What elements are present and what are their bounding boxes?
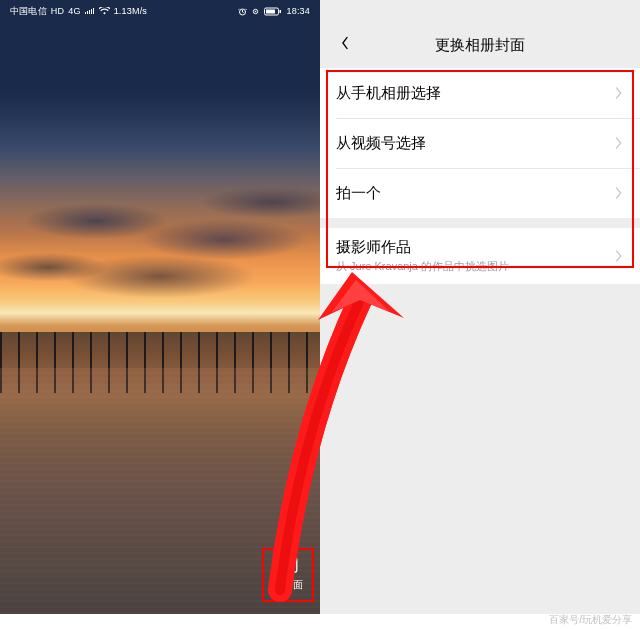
chevron-right-icon: [614, 137, 624, 149]
change-cover-button[interactable]: 换封面: [266, 552, 310, 596]
svg-point-7: [283, 561, 286, 564]
wallpaper-clouds: [0, 147, 320, 331]
svg-rect-4: [280, 10, 282, 13]
image-icon: [278, 557, 298, 575]
svg-rect-5: [266, 9, 275, 13]
option-label: 从手机相册选择: [336, 84, 441, 103]
phone-left: 中国电信 HD 4G 1.13M/s: [0, 0, 320, 614]
chevron-right-icon: [614, 87, 624, 99]
options-area: 从手机相册选择 从视频号选择 拍一个 摄影师作品 从 Jure Krava: [320, 68, 640, 284]
chevron-left-icon: [338, 36, 352, 54]
phone-right: 中国电信 HD 4G 6.21K/s: [320, 0, 640, 614]
option-group-1: 从手机相册选择 从视频号选择 拍一个: [320, 68, 640, 218]
option-label: 从视频号选择: [336, 134, 426, 153]
eye-comfort-icon: [251, 7, 260, 16]
option-label: 拍一个: [336, 184, 381, 203]
option-from-album[interactable]: 从手机相册选择: [320, 68, 640, 118]
nav-bar: 更换相册封面: [320, 22, 640, 68]
option-group-2: 摄影师作品 从 Jure Kravanja 的作品中挑选图片: [320, 228, 640, 284]
option-take-photo[interactable]: 拍一个: [320, 168, 640, 218]
status-bar-left: 中国电信 HD 4G 1.13M/s: [0, 0, 320, 22]
network-icon: 4G: [68, 6, 80, 16]
svg-point-2: [255, 10, 257, 12]
option-from-channel[interactable]: 从视频号选择: [320, 118, 640, 168]
net-speed: 1.13M/s: [114, 6, 147, 16]
option-label: 摄影师作品: [336, 238, 509, 257]
clock-time: 18:34: [286, 6, 310, 16]
option-photographer[interactable]: 摄影师作品 从 Jure Kravanja 的作品中挑选图片: [320, 228, 640, 284]
page-title: 更换相册封面: [435, 36, 525, 55]
option-subtitle: 从 Jure Kravanja 的作品中挑选图片: [336, 259, 509, 274]
hd-icon: HD: [51, 6, 64, 16]
alarm-icon: [238, 7, 247, 16]
group-gap: [320, 218, 640, 228]
change-cover-label: 换封面: [273, 578, 303, 592]
battery-icon: [264, 7, 282, 16]
wifi-icon: [99, 7, 110, 15]
chevron-right-icon: [614, 250, 624, 262]
signal-icon: [85, 7, 95, 15]
watermark: 百家号/玩机爱分享: [549, 613, 632, 627]
tutorial-composite: 中国电信 HD 4G 1.13M/s: [0, 0, 640, 629]
back-button[interactable]: [328, 22, 362, 68]
chevron-right-icon: [614, 187, 624, 199]
carrier-label: 中国电信: [10, 5, 47, 18]
